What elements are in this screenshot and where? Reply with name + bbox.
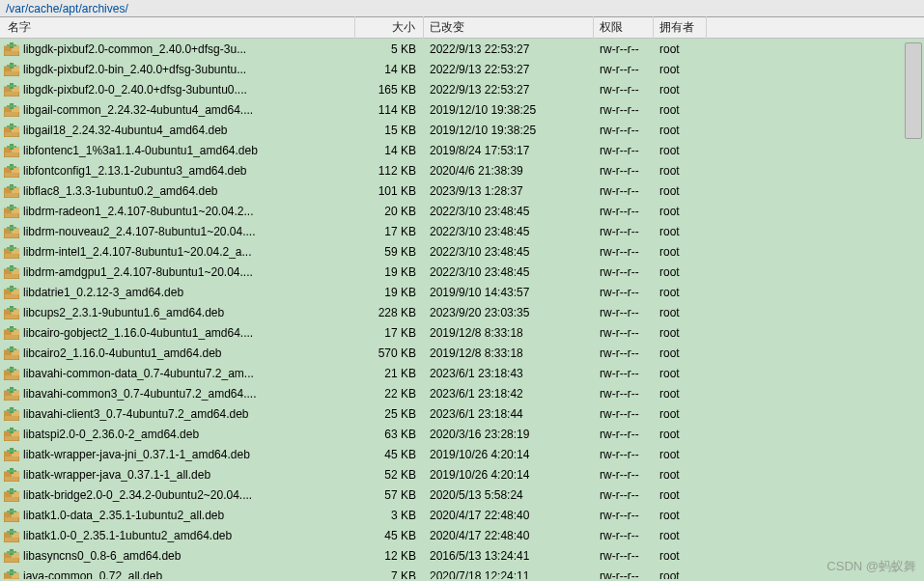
file-permissions-cell: rw-r--r-- <box>594 405 654 423</box>
file-size-cell: 19 KB <box>355 284 424 301</box>
table-row[interactable]: libcairo-gobject2_1.16.0-4ubuntu1_amd64.… <box>0 322 924 343</box>
file-size-cell: 63 KB <box>355 426 424 443</box>
file-permissions-cell: rw-r--r-- <box>594 162 654 180</box>
file-name-cell[interactable]: java-common_0.72_all.deb <box>0 567 355 580</box>
file-name-cell[interactable]: libdatrie1_0.2.12-3_amd64.deb <box>0 284 355 301</box>
table-row[interactable]: libfontconfig1_2.13.1-2ubuntu3_amd64.deb… <box>0 160 924 180</box>
file-size-cell: 45 KB <box>355 446 424 463</box>
file-name-cell[interactable]: libatk-bridge2.0-0_2.34.2-0ubuntu2~20.04… <box>0 486 355 504</box>
file-size-cell: 21 KB <box>355 365 424 382</box>
file-owner-cell: root <box>654 243 707 261</box>
deb-package-icon <box>4 225 19 238</box>
file-changed-cell: 2022/9/13 22:53:27 <box>424 41 594 58</box>
file-name-cell[interactable]: libfontenc1_1%3a1.1.4-0ubuntu1_amd64.deb <box>0 142 355 159</box>
table-row[interactable]: libatk-bridge2.0-0_2.34.2-0ubuntu2~20.04… <box>0 484 924 505</box>
table-row[interactable]: libgdk-pixbuf2.0-common_2.40.0+dfsg-3u..… <box>0 39 924 59</box>
file-name-cell[interactable]: libgail-common_2.24.32-4ubuntu4_amd64...… <box>0 101 355 119</box>
file-name-cell[interactable]: libavahi-common-data_0.7-4ubuntu7.2_am..… <box>0 365 355 382</box>
file-name-cell[interactable]: libgdk-pixbuf2.0-0_2.40.0+dfsg-3ubuntu0.… <box>0 81 355 98</box>
table-row[interactable]: libdrm-radeon1_2.4.107-8ubuntu1~20.04.2.… <box>0 201 924 221</box>
table-row[interactable]: libgdk-pixbuf2.0-bin_2.40.0+dfsg-3ubuntu… <box>0 59 924 79</box>
table-row[interactable]: libdrm-intel1_2.4.107-8ubuntu1~20.04.2_a… <box>0 241 924 262</box>
file-changed-cell: 2023/9/13 1:28:37 <box>424 182 594 200</box>
column-header-name[interactable]: 名字 <box>0 16 355 39</box>
table-row[interactable]: libavahi-client3_0.7-4ubuntu7.2_amd64.de… <box>0 403 924 424</box>
file-size-cell: 52 KB <box>355 466 424 484</box>
file-permissions-cell: rw-r--r-- <box>594 182 654 200</box>
file-name-cell[interactable]: libatk1.0-data_2.35.1-1ubuntu2_all.deb <box>0 507 355 524</box>
deb-package-icon <box>4 428 19 441</box>
table-row[interactable]: libdrm-nouveau2_2.4.107-8ubuntu1~20.04..… <box>0 221 924 241</box>
file-name-cell[interactable]: libatk-wrapper-java_0.37.1-1_all.deb <box>0 466 355 484</box>
file-name-cell[interactable]: libgail18_2.24.32-4ubuntu4_amd64.deb <box>0 122 355 139</box>
table-row[interactable]: libatspi2.0-0_2.36.0-2_amd64.deb63 KB202… <box>0 424 924 444</box>
file-name-cell[interactable]: libdrm-amdgpu1_2.4.107-8ubuntu1~20.04...… <box>0 263 355 281</box>
table-row[interactable]: libasyncns0_0.8-6_amd64.deb12 KB2016/5/1… <box>0 545 924 566</box>
svg-rect-39 <box>7 186 16 188</box>
file-name-cell[interactable]: libcups2_2.3.1-9ubuntu1.6_amd64.deb <box>0 304 355 321</box>
table-row[interactable]: java-common_0.72_all.deb7 KB2020/7/18 12… <box>0 566 924 579</box>
file-name-cell[interactable]: libcairo2_1.16.0-4ubuntu1_amd64.deb <box>0 345 355 362</box>
column-header-size[interactable]: 大小 <box>355 16 424 39</box>
file-name-cell[interactable]: libgdk-pixbuf2.0-common_2.40.0+dfsg-3u..… <box>0 41 355 58</box>
file-name-cell[interactable]: libfontconfig1_2.13.1-2ubuntu3_amd64.deb <box>0 162 355 180</box>
table-row[interactable]: libatk-wrapper-java-jni_0.37.1-1_amd64.d… <box>0 444 924 464</box>
file-size-cell: 5 KB <box>355 41 424 58</box>
svg-rect-59 <box>7 267 16 269</box>
path-bar[interactable]: /var/cache/apt/archives/ <box>0 0 924 17</box>
file-name-cell[interactable]: libcairo-gobject2_1.16.0-4ubuntu1_amd64.… <box>0 324 355 342</box>
deb-package-icon <box>4 124 19 137</box>
table-row[interactable]: libdrm-amdgpu1_2.4.107-8ubuntu1~20.04...… <box>0 262 924 282</box>
svg-rect-49 <box>7 227 16 229</box>
file-owner-cell: root <box>654 547 707 565</box>
file-name-text: libdatrie1_0.2.12-3_amd64.deb <box>23 286 183 299</box>
table-row[interactable]: libflac8_1.3.3-1ubuntu0.2_amd64.deb101 K… <box>0 180 924 201</box>
file-changed-cell: 2019/12/8 8:33:18 <box>424 345 594 362</box>
file-changed-cell: 2019/12/10 19:38:25 <box>424 122 594 139</box>
file-name-cell[interactable]: libflac8_1.3.3-1ubuntu0.2_amd64.deb <box>0 182 355 200</box>
deb-package-icon <box>4 407 19 421</box>
file-name-text: libdrm-amdgpu1_2.4.107-8ubuntu1~20.04...… <box>23 265 253 279</box>
column-header-changed[interactable]: 已改变 <box>424 16 594 39</box>
table-row[interactable]: libatk1.0-0_2.35.1-1ubuntu2_amd64.deb45 … <box>0 525 924 545</box>
table-row[interactable]: libcups2_2.3.1-9ubuntu1.6_amd64.deb228 K… <box>0 302 924 322</box>
file-changed-cell: 2020/5/13 5:58:24 <box>424 486 594 504</box>
table-row[interactable]: libavahi-common-data_0.7-4ubuntu7.2_am..… <box>0 363 924 383</box>
file-permissions-cell: rw-r--r-- <box>594 365 654 382</box>
table-row[interactable]: libgdk-pixbuf2.0-0_2.40.0+dfsg-3ubuntu0.… <box>0 79 924 99</box>
table-row[interactable]: libcairo2_1.16.0-4ubuntu1_amd64.deb570 K… <box>0 343 924 363</box>
file-name-text: libgdk-pixbuf2.0-0_2.40.0+dfsg-3ubuntu0.… <box>23 83 247 97</box>
file-size-cell: 7 KB <box>355 567 424 580</box>
table-row[interactable]: libgail18_2.24.32-4ubuntu4_amd64.deb15 K… <box>0 120 924 140</box>
file-permissions-cell: rw-r--r-- <box>594 81 654 98</box>
file-permissions-cell: rw-r--r-- <box>594 243 654 261</box>
file-name-cell[interactable]: libdrm-intel1_2.4.107-8ubuntu1~20.04.2_a… <box>0 243 355 261</box>
file-owner-cell: root <box>654 324 707 342</box>
file-name-cell[interactable]: libgdk-pixbuf2.0-bin_2.40.0+dfsg-3ubuntu… <box>0 61 355 78</box>
file-name-cell[interactable]: libavahi-common3_0.7-4ubuntu7.2_amd64...… <box>0 385 355 402</box>
file-name-cell[interactable]: libasyncns0_0.8-6_amd64.deb <box>0 547 355 565</box>
table-row[interactable]: libatk1.0-data_2.35.1-1ubuntu2_all.deb3 … <box>0 505 924 525</box>
file-changed-cell: 2023/9/20 23:03:35 <box>424 304 594 321</box>
file-name-cell[interactable]: libdrm-radeon1_2.4.107-8ubuntu1~20.04.2.… <box>0 203 355 220</box>
table-row[interactable]: libavahi-common3_0.7-4ubuntu7.2_amd64...… <box>0 383 924 403</box>
table-row[interactable]: libgail-common_2.24.32-4ubuntu4_amd64...… <box>0 99 924 120</box>
table-row[interactable]: libatk-wrapper-java_0.37.1-1_all.deb52 K… <box>0 464 924 484</box>
file-changed-cell: 2016/5/13 13:24:41 <box>424 547 594 565</box>
deb-package-icon <box>4 103 19 117</box>
svg-rect-84 <box>7 369 16 371</box>
file-name-cell[interactable]: libavahi-client3_0.7-4ubuntu7.2_amd64.de… <box>0 405 355 423</box>
svg-rect-89 <box>7 389 16 391</box>
table-row[interactable]: libfontenc1_1%3a1.1.4-0ubuntu1_amd64.deb… <box>0 140 924 160</box>
table-row[interactable]: libdatrie1_0.2.12-3_amd64.deb19 KB2019/9… <box>0 282 924 302</box>
file-name-cell[interactable]: libdrm-nouveau2_2.4.107-8ubuntu1~20.04..… <box>0 223 355 240</box>
file-name-cell[interactable]: libatk-wrapper-java-jni_0.37.1-1_amd64.d… <box>0 446 355 463</box>
file-list[interactable]: libgdk-pixbuf2.0-common_2.40.0+dfsg-3u..… <box>0 39 924 579</box>
file-name-cell[interactable]: libatk1.0-0_2.35.1-1ubuntu2_amd64.deb <box>0 527 355 544</box>
svg-rect-24 <box>7 125 16 127</box>
scrollbar-thumb[interactable] <box>905 42 922 139</box>
svg-rect-124 <box>7 531 16 533</box>
column-header-owner[interactable]: 拥有者 <box>654 16 707 39</box>
column-header-permissions[interactable]: 权限 <box>594 16 654 39</box>
file-name-cell[interactable]: libatspi2.0-0_2.36.0-2_amd64.deb <box>0 426 355 443</box>
